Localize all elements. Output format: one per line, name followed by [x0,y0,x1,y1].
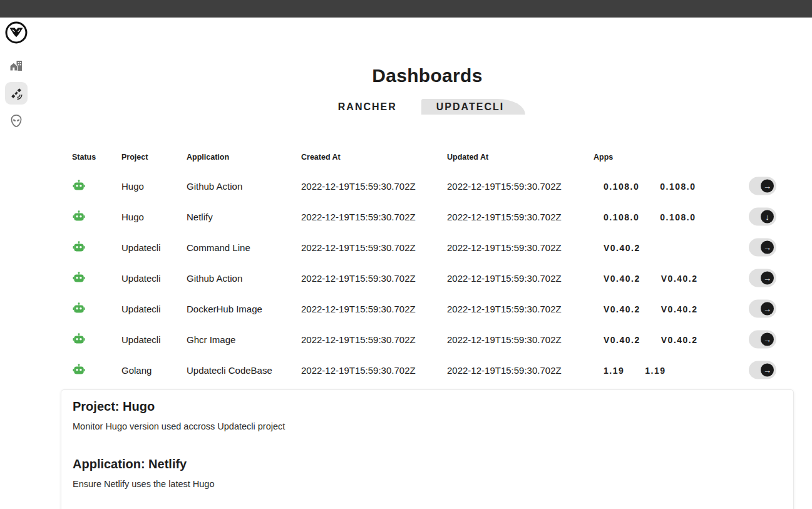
application-cell: Updatecli CodeBase [187,364,272,375]
versions-cell: V0.40.2V0.40.2 [599,303,702,314]
detail-project-description: Monitor Hugo version used accross Update… [73,421,782,431]
sidebar-item-home[interactable] [5,54,28,77]
table-body: Hugo Github Action 2022-12-19T15:59:30.7… [61,170,776,385]
action-cell: → [749,238,776,256]
application-cell: DockerHub Image [187,303,262,314]
column-header-created-at: Created At [301,153,341,162]
app-version-chip: V0.40.2 [657,304,702,314]
column-header-status: Status [72,153,96,162]
action-cell: → [749,330,776,348]
application-cell: Command Line [187,242,250,252]
action-cell: ↓ [749,207,776,225]
app-version-chip: V0.40.2 [599,334,645,344]
updated-at-cell: 2022-12-19T15:59:30.702Z [447,211,562,222]
application-cell: Netlify [187,211,213,222]
action-cell: → [749,269,776,287]
sidebar-item-alien[interactable] [5,110,28,132]
app-version-chip: 1.19 [599,365,629,375]
detail-application-title: Application: Netlify [73,457,782,471]
created-at-cell: 2022-12-19T15:59:30.702Z [301,334,416,344]
robot-success-icon [72,179,86,193]
arrow-right-icon: → [761,302,774,315]
status-cell [72,363,86,377]
action-cell: → [749,177,776,195]
sidebar [0,18,33,509]
tab-updatecli[interactable]: UPDATECLI [421,99,525,115]
expand-row-button[interactable]: → [749,177,776,195]
satellite-icon [9,86,24,101]
pipeline-detail-card: Project: Hugo Monitor Hugo version used … [61,389,794,509]
status-cell [72,302,86,316]
expand-row-button[interactable]: → [749,269,776,287]
expand-row-button[interactable]: → [749,330,776,348]
application-cell: Ghcr Image [187,334,235,344]
collapse-row-button[interactable]: ↓ [749,207,776,225]
project-cell: Hugo [121,180,144,191]
arrow-right-icon: → [761,179,774,192]
tab-rancher[interactable]: RANCHER [329,99,406,115]
status-cell [72,240,86,254]
table-row: Updatecli Github Action 2022-12-19T15:59… [61,262,776,293]
arrow-down-icon: ↓ [761,210,774,223]
home-city-icon [9,58,24,73]
column-header-application: Application [187,153,229,162]
table-row: Updatecli DockerHub Image 2022-12-19T15:… [61,293,776,324]
action-cell: → [749,299,776,317]
project-cell: Hugo [121,211,144,222]
table-row: Updatecli Ghcr Image 2022-12-19T15:59:30… [61,324,776,354]
application-cell: Github Action [187,180,242,191]
updated-at-cell: 2022-12-19T15:59:30.702Z [447,272,562,283]
app-version-chip: 0.108.0 [655,212,700,222]
pipelines-table: Status Project Application Created At Up… [61,153,776,385]
column-header-project: Project [121,153,148,162]
arrow-right-icon: → [761,240,774,254]
versions-cell: V0.40.2 [599,242,645,252]
project-cell: Updatecli [121,303,161,314]
column-header-apps: Apps [594,153,613,162]
table-row: Hugo Github Action 2022-12-19T15:59:30.7… [61,170,776,201]
robot-success-icon [72,363,86,377]
expand-row-button[interactable]: → [749,238,776,256]
project-cell: Updatecli [121,242,161,252]
robot-success-icon [72,210,86,224]
project-cell: Updatecli [121,334,161,344]
arrow-right-icon: → [761,332,774,346]
app-version-chip: 0.108.0 [599,181,644,191]
updated-at-cell: 2022-12-19T15:59:30.702Z [447,242,562,252]
dashboard-tabs: RANCHER UPDATECLI [61,98,794,115]
alien-icon [9,113,24,128]
action-cell: → [749,361,776,379]
status-cell [72,271,86,285]
updated-at-cell: 2022-12-19T15:59:30.702Z [447,334,562,344]
created-at-cell: 2022-12-19T15:59:30.702Z [301,303,416,314]
updated-at-cell: 2022-12-19T15:59:30.702Z [447,180,562,191]
robot-success-icon [72,271,86,285]
updatecli-logo[interactable] [5,21,28,44]
expand-row-button[interactable]: → [749,299,776,317]
created-at-cell: 2022-12-19T15:59:30.702Z [301,364,416,375]
sidebar-item-dashboards[interactable] [5,82,28,105]
robot-success-icon [72,240,86,254]
versions-cell: 0.108.00.108.0 [599,211,700,222]
expand-row-button[interactable]: → [749,361,776,379]
status-cell [72,332,86,346]
created-at-cell: 2022-12-19T15:59:30.702Z [301,211,416,222]
arrow-right-icon: → [761,271,774,284]
versions-cell: V0.40.2V0.40.2 [599,272,702,283]
page-title: Dashboards [61,65,794,86]
versions-cell: 1.191.19 [599,364,671,375]
table-row: Hugo Netlify 2022-12-19T15:59:30.702Z 20… [61,201,776,232]
created-at-cell: 2022-12-19T15:59:30.702Z [301,272,416,283]
arrow-right-icon: → [761,363,774,376]
app-version-chip: V0.40.2 [599,273,645,283]
app-version-chip: V0.40.2 [657,273,702,283]
detail-application-description: Ensure Netlify uses the latest Hugo [73,479,782,489]
table-header-row: Status Project Application Created At Up… [61,153,776,167]
application-cell: Github Action [187,272,242,283]
updated-at-cell: 2022-12-19T15:59:30.702Z [447,303,562,314]
column-header-updated-at: Updated At [447,153,488,162]
app-version-chip: 1.19 [640,365,670,375]
app-version-chip: V0.40.2 [657,334,702,344]
table-row: Golang Updatecli CodeBase 2022-12-19T15:… [61,354,776,385]
created-at-cell: 2022-12-19T15:59:30.702Z [301,242,416,252]
